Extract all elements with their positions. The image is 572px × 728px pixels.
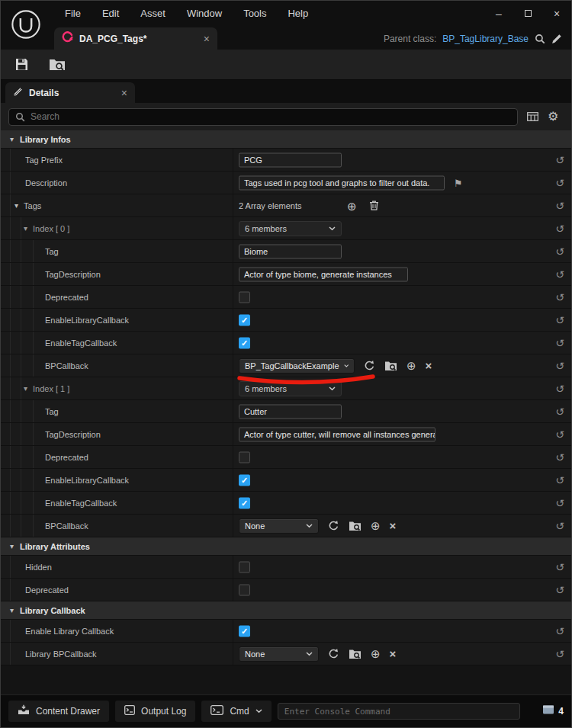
reset-to-default-button[interactable]: ↺ bbox=[555, 452, 564, 463]
cmd-dropdown-button[interactable]: Cmd bbox=[201, 701, 271, 722]
menu-edit[interactable]: Edit bbox=[92, 1, 130, 26]
index1-members-dropdown[interactable]: 6 members bbox=[239, 381, 342, 396]
details-tab[interactable]: Details × bbox=[5, 82, 135, 103]
content-drawer-button[interactable]: Content Drawer bbox=[8, 701, 109, 722]
parent-class-area: Parent class: BP_TagLibrary_Base bbox=[384, 34, 571, 50]
enable-library-callback-checkbox[interactable]: ✓ bbox=[239, 314, 250, 326]
search-input[interactable] bbox=[31, 111, 511, 122]
close-window-button[interactable]: × bbox=[542, 1, 571, 26]
browse-to-asset-button[interactable] bbox=[49, 58, 66, 71]
asset-tab[interactable]: DA_PCG_Tags* × bbox=[54, 27, 217, 50]
reset-to-default-button[interactable]: ↺ bbox=[555, 269, 564, 280]
reset-to-default-button[interactable]: ↺ bbox=[555, 498, 564, 508]
clear-asset-icon[interactable]: × bbox=[426, 360, 432, 371]
unreal-editor-window: File Edit Asset Window Tools Help – × DA… bbox=[0, 0, 572, 728]
create-new-asset-icon[interactable]: ⊕ bbox=[407, 360, 416, 371]
reset-to-default-button[interactable]: ↺ bbox=[555, 223, 564, 234]
save-button[interactable] bbox=[14, 57, 29, 72]
deprecated-checkbox[interactable] bbox=[239, 451, 250, 463]
bp-callback-dropdown[interactable]: None bbox=[239, 518, 319, 534]
expander-triangle-icon[interactable]: ▾ bbox=[24, 225, 27, 233]
tag-description-field[interactable]: Actor of type cutter, will remove all in… bbox=[239, 427, 435, 441]
property-row-deprecated: Deprecated ↺ bbox=[1, 286, 571, 309]
menu-tools[interactable]: Tools bbox=[233, 1, 277, 26]
reset-to-default-button[interactable]: ↺ bbox=[555, 562, 564, 572]
use-selected-asset-icon[interactable] bbox=[328, 520, 339, 531]
tag-prefix-field[interactable]: PCG bbox=[239, 152, 342, 167]
edit-parent-class-icon[interactable] bbox=[551, 34, 562, 44]
reset-to-default-button[interactable]: ↺ bbox=[555, 315, 564, 326]
reset-to-default-button[interactable]: ↺ bbox=[555, 178, 564, 188]
enable-library-callback-checkbox[interactable]: ✓ bbox=[239, 474, 250, 486]
asset-tab-strip: DA_PCG_Tags* × Parent class: BP_TagLibra… bbox=[1, 26, 571, 50]
use-selected-asset-icon[interactable] bbox=[328, 648, 339, 659]
expander-triangle-icon[interactable]: ▾ bbox=[24, 385, 27, 393]
browse-to-asset-icon[interactable] bbox=[349, 521, 362, 531]
reset-to-default-button[interactable]: ↺ bbox=[555, 406, 564, 417]
settings-gear-icon[interactable]: ⚙ bbox=[548, 111, 558, 123]
tag-field[interactable]: Biome bbox=[239, 244, 342, 258]
notification-window-icon bbox=[542, 704, 554, 718]
empty-array-trash-icon[interactable] bbox=[369, 200, 379, 211]
reset-to-default-button[interactable]: ↺ bbox=[555, 626, 564, 637]
array-index-label: Index [ 1 ] bbox=[33, 384, 69, 393]
section-library-attributes[interactable]: ▾ Library Attributes bbox=[1, 537, 571, 556]
console-command-input[interactable] bbox=[278, 703, 520, 720]
reset-to-default-button[interactable]: ↺ bbox=[555, 338, 564, 348]
reset-to-default-button[interactable]: ↺ bbox=[555, 200, 564, 211]
tag-field[interactable]: Cutter bbox=[239, 404, 342, 419]
clear-asset-icon[interactable]: × bbox=[390, 648, 397, 659]
create-new-asset-icon[interactable]: ⊕ bbox=[371, 648, 381, 659]
property-row-tag-prefix: Tag Prefix PCG ↺ bbox=[1, 149, 571, 172]
parent-class-link[interactable]: BP_TagLibrary_Base bbox=[442, 34, 529, 44]
add-array-element-icon[interactable]: ⊕ bbox=[347, 200, 357, 211]
create-new-asset-icon[interactable]: ⊕ bbox=[371, 520, 381, 531]
index0-members-dropdown[interactable]: 6 members bbox=[239, 221, 342, 236]
close-details-tab-icon[interactable]: × bbox=[121, 88, 127, 98]
use-selected-asset-icon[interactable] bbox=[364, 360, 375, 371]
section-library-infos[interactable]: ▾ Library Infos bbox=[1, 130, 571, 149]
reset-to-default-button[interactable]: ↺ bbox=[555, 361, 564, 371]
library-bp-callback-dropdown[interactable]: None bbox=[239, 646, 319, 662]
hidden-checkbox[interactable] bbox=[239, 561, 250, 572]
maximize-button[interactable] bbox=[513, 1, 542, 26]
reset-to-default-button[interactable]: ↺ bbox=[555, 429, 564, 440]
browse-to-asset-icon[interactable] bbox=[384, 361, 397, 371]
expander-triangle-icon[interactable]: ▾ bbox=[10, 543, 14, 550]
property-matrix-icon[interactable] bbox=[527, 112, 538, 121]
browse-to-asset-icon[interactable] bbox=[349, 649, 362, 659]
enable-tag-callback-checkbox[interactable]: ✓ bbox=[239, 337, 250, 348]
search-box[interactable] bbox=[8, 108, 518, 126]
menu-file[interactable]: File bbox=[54, 1, 92, 26]
reset-to-default-button[interactable]: ↺ bbox=[555, 475, 564, 486]
deprecated-checkbox[interactable] bbox=[239, 584, 250, 595]
statusbar-notification-badge[interactable]: 4 bbox=[542, 704, 564, 718]
reset-to-default-button[interactable]: ↺ bbox=[555, 521, 564, 531]
section-library-callback[interactable]: ▾ Library Callback bbox=[1, 601, 571, 620]
localization-flag-icon[interactable]: ⚑ bbox=[454, 178, 463, 188]
tag-description-field[interactable]: Actor of type biome, generate instances bbox=[239, 267, 408, 281]
close-tab-icon[interactable]: × bbox=[204, 34, 210, 44]
menu-asset[interactable]: Asset bbox=[130, 1, 176, 26]
deprecated-checkbox[interactable] bbox=[239, 291, 250, 303]
output-log-button[interactable]: Output Log bbox=[115, 701, 195, 722]
reset-to-default-button[interactable]: ↺ bbox=[555, 383, 564, 394]
menu-window[interactable]: Window bbox=[176, 1, 233, 26]
expander-triangle-icon[interactable]: ▾ bbox=[10, 607, 14, 614]
reset-to-default-button[interactable]: ↺ bbox=[555, 246, 564, 257]
reset-to-default-button[interactable]: ↺ bbox=[555, 292, 564, 303]
expander-triangle-icon[interactable]: ▾ bbox=[14, 202, 18, 210]
reset-to-default-button[interactable]: ↺ bbox=[555, 649, 564, 659]
property-row-enable-library-callback: EnableLibraryCallback ✓ ↺ bbox=[1, 309, 571, 332]
clear-asset-icon[interactable]: × bbox=[390, 520, 397, 531]
reset-to-default-button[interactable]: ↺ bbox=[555, 585, 564, 595]
expander-triangle-icon[interactable]: ▾ bbox=[10, 136, 14, 143]
menu-help[interactable]: Help bbox=[277, 1, 319, 26]
description-field[interactable]: Tags used in pcg tool and graphs to filt… bbox=[239, 175, 445, 190]
bp-callback-dropdown[interactable]: BP_TagCallbackExample bbox=[239, 358, 355, 374]
enable-library-callback-checkbox[interactable]: ✓ bbox=[239, 625, 250, 637]
reset-to-default-button[interactable]: ↺ bbox=[555, 155, 564, 165]
minimize-button[interactable]: – bbox=[484, 1, 513, 26]
find-parent-class-icon[interactable] bbox=[535, 34, 545, 44]
enable-tag-callback-checkbox[interactable]: ✓ bbox=[239, 497, 250, 508]
